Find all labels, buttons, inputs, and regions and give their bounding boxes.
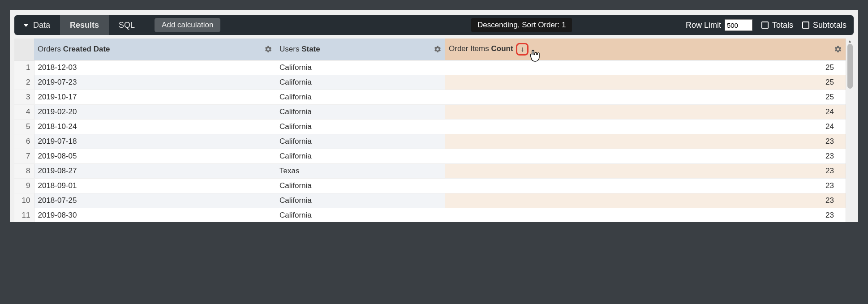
sort-indicator[interactable]: ↓ [516,43,529,56]
cell-state[interactable]: California [276,105,445,120]
row-number: 7 [14,149,34,164]
column-header-count[interactable]: Order Items Count ↓ [445,39,846,60]
table-row: 92018-09-01California23 [14,179,846,193]
cell-count[interactable]: 23 [445,164,846,179]
cell-count[interactable]: 25 [445,60,846,75]
cell-state[interactable]: California [276,208,445,223]
col3-prefix: Order Items [449,44,491,53]
table-row: 22019-07-23California25 [14,75,846,90]
cell-count[interactable]: 24 [445,120,846,134]
scroll-arrow-up-icon[interactable]: ▲ [846,39,854,44]
table-row: 52018-10-24California24 [14,120,846,134]
cell-created-date[interactable]: 2019-10-17 [34,90,276,105]
row-number: 9 [14,179,34,193]
cell-count[interactable]: 24 [445,105,846,120]
table-row: 62019-07-18California23 [14,134,846,149]
arrow-down-icon: ↓ [520,45,524,53]
cell-created-date[interactable]: 2018-07-25 [34,193,276,208]
cell-created-date[interactable]: 2019-08-05 [34,149,276,164]
row-number: 8 [14,164,34,179]
results-table: Orders Created Date Users State [14,39,846,222]
toolbar-right: Row Limit Totals Subtotals [686,19,847,31]
cell-count[interactable]: 23 [445,208,846,223]
col3-bold: Count [491,44,513,53]
table-row: 102018-07-25California23 [14,193,846,208]
cell-count[interactable]: 25 [445,90,846,105]
sort-tooltip: Descending, Sort Order: 1 [471,18,572,32]
cell-created-date[interactable]: 2019-08-27 [34,164,276,179]
chevron-down-icon [23,24,29,27]
row-number: 3 [14,90,34,105]
tab-results[interactable]: Results [60,15,109,35]
table-row: 42019-02-20California24 [14,105,846,120]
cell-state[interactable]: California [276,60,445,75]
cell-count[interactable]: 23 [445,149,846,164]
toolbar-left: Data Results SQL Add calculation [21,15,220,35]
col2-bold: State [301,45,320,53]
cell-count[interactable]: 25 [445,75,846,90]
gear-icon[interactable] [834,45,842,53]
cell-count[interactable]: 23 [445,179,846,193]
tab-data[interactable]: Data [21,15,60,35]
checkbox-icon [802,21,809,29]
table-row: 72019-08-05California23 [14,149,846,164]
cell-created-date[interactable]: 2018-12-03 [34,60,276,75]
col2-prefix: Users [279,45,301,53]
row-limit: Row Limit [686,19,752,31]
gear-icon[interactable] [264,45,272,53]
row-number: 1 [14,60,34,75]
checkbox-icon [761,21,769,29]
row-number: 10 [14,193,34,208]
row-limit-input[interactable] [725,19,752,31]
cell-state[interactable]: California [276,90,445,105]
row-number: 11 [14,208,34,223]
table-row: 12018-12-03California25 [14,60,846,75]
cell-count[interactable]: 23 [445,134,846,149]
column-header-created-date[interactable]: Orders Created Date [34,39,276,60]
cell-state[interactable]: Texas [276,164,445,179]
results-table-wrap: Orders Created Date Users State [14,39,854,222]
row-number: 5 [14,120,34,134]
table-row: 32019-10-17California25 [14,90,846,105]
cell-state[interactable]: California [276,193,445,208]
app-window: Data Results SQL Add calculation Descend… [10,10,858,222]
add-calculation-label: Add calculation [162,21,213,29]
gear-icon[interactable] [434,45,442,53]
col1-prefix: Orders [38,45,63,53]
col1-bold: Created Date [63,45,110,53]
cell-created-date[interactable]: 2018-10-24 [34,120,276,134]
tab-sql-label: SQL [119,21,135,30]
vertical-scrollbar[interactable]: ▲ [846,39,854,222]
table-row: 112019-08-30California23 [14,208,846,223]
cell-state[interactable]: California [276,120,445,134]
column-header-state[interactable]: Users State [276,39,445,60]
cell-state[interactable]: California [276,149,445,164]
cell-created-date[interactable]: 2019-08-30 [34,208,276,223]
tab-sql[interactable]: SQL [109,15,145,35]
tab-data-label: Data [33,21,50,30]
toolbar: Data Results SQL Add calculation Descend… [14,15,854,35]
cell-created-date[interactable]: 2019-02-20 [34,105,276,120]
scrollbar-thumb[interactable] [847,44,853,89]
row-number: 6 [14,134,34,149]
subtotals-label: Subtotals [813,21,847,30]
cell-created-date[interactable]: 2018-09-01 [34,179,276,193]
cell-count[interactable]: 23 [445,193,846,208]
tab-results-label: Results [70,21,99,30]
cell-created-date[interactable]: 2019-07-23 [34,75,276,90]
add-calculation-button[interactable]: Add calculation [155,18,220,32]
row-number-header [14,39,34,60]
subtotals-checkbox[interactable]: Subtotals [802,21,847,30]
cell-state[interactable]: California [276,134,445,149]
cell-state[interactable]: California [276,75,445,90]
totals-checkbox[interactable]: Totals [761,21,793,30]
table-row: 82019-08-27Texas23 [14,164,846,179]
row-number: 2 [14,75,34,90]
cell-created-date[interactable]: 2019-07-18 [34,134,276,149]
totals-label: Totals [772,21,793,30]
cell-state[interactable]: California [276,179,445,193]
row-number: 4 [14,105,34,120]
row-limit-label: Row Limit [686,21,721,30]
